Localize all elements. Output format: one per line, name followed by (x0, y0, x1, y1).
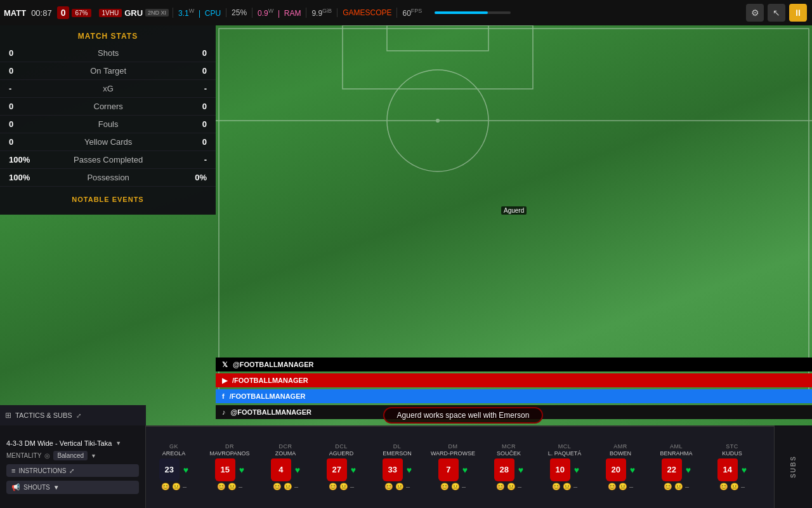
emoji-face-2: 😐 (451, 483, 460, 491)
gamescope-stat: GAMESCOPE (337, 8, 396, 17)
storage-unit: GiB (322, 8, 332, 14)
stat-left-1: 0 (0, 62, 39, 80)
player-shirt: 23 (159, 458, 180, 481)
commentary-text: Aguerd works space well with Emerson (383, 407, 544, 424)
hud-progress-fill (435, 11, 488, 14)
emoji-face-2: 😐 (395, 483, 404, 491)
emoji-face-1: 😊 (440, 483, 449, 491)
stat-name-1: On Target (39, 62, 178, 80)
fps-unit: FPS (411, 8, 422, 14)
emoji-face-3: – (406, 483, 410, 491)
emoji-face-1: 😊 (608, 483, 617, 491)
mentality-dropdown-icon[interactable]: ▼ (91, 453, 96, 459)
mentality-row: MENTALITY ◎ Balanced ▼ (6, 451, 139, 460)
player-heart-icon: ♥ (351, 465, 356, 475)
stats-row: 0 Fouls 0 (0, 116, 216, 133)
formation-badge: 2ND XI (145, 9, 169, 17)
stat-name-2: xG (39, 80, 178, 98)
instructions-button[interactable]: ≡ INSTRUCTIONS ⤢ (6, 464, 139, 477)
emoji-face-1: 😊 (329, 483, 337, 491)
storage-val: 9.9 (311, 9, 322, 18)
mentality-circle-icon: ◎ (44, 452, 50, 459)
emoji-face-3: – (183, 483, 187, 491)
emoji-face-2: 😐 (172, 483, 181, 491)
subs-panel: SUBS (774, 425, 812, 508)
player-card[interactable]: AML BENRAHMA 22 ♥ 😊 😐 – (648, 441, 704, 493)
pause-button[interactable]: ⏸ (789, 4, 807, 22)
stats-row: - xG - (0, 80, 216, 98)
player-rating-row: 20 ♥ (606, 458, 635, 481)
commentary-bar: Aguerd works space well with Emerson (152, 405, 774, 425)
emoji-face-2: 😐 (730, 483, 739, 491)
instructions-expand-icon: ⤢ (69, 467, 74, 474)
instructions-label: INSTRUCTIONS (18, 467, 66, 474)
player-card[interactable]: AMR BOWEN 20 ♥ 😊 😐 – (593, 441, 648, 493)
player-rating-row: 14 ♥ (717, 458, 747, 481)
player-heart-icon: ♥ (742, 465, 747, 475)
player-card[interactable]: MCL L. PAQUETÁ 10 ♥ 😊 😐 – (537, 441, 593, 493)
emoji-face-3: – (294, 483, 298, 491)
player-card[interactable]: DR MAVROPANOS 15 ♥ 😊 😐 – (202, 441, 258, 493)
home-score: 0 (57, 6, 70, 19)
storage-stat: 9.9GiB (306, 8, 337, 18)
stat-name-6: Passes Completed (39, 151, 178, 169)
player-shirt: 15 (215, 458, 235, 481)
player-card[interactable]: DCL AGUERD 27 ♥ 😊 😐 – (313, 441, 369, 493)
stat-right-4: 0 (178, 116, 216, 133)
player-name: SOUČEK (497, 450, 521, 457)
stats-table: 0 Shots 0 0 On Target 0 - xG - 0 Corners… (0, 44, 216, 187)
player-rating-row: 27 ♥ (327, 458, 356, 481)
player-name: BOWEN (610, 450, 631, 457)
stat-left-5: 0 (0, 133, 39, 151)
fps-stat: 60FPS (396, 8, 427, 18)
cursor-button[interactable]: ↖ (768, 4, 785, 22)
facebook-text: /FOOTBALLMANAGER (230, 392, 306, 400)
emoji-face-3: – (239, 483, 242, 491)
player-name: WARD-PROWSE (431, 450, 475, 457)
player-rating-row: 22 ♥ (662, 458, 691, 481)
player-rating-row: 33 ♥ (383, 458, 412, 481)
player-shirt: 28 (494, 458, 514, 481)
emoji-face-1: 😊 (273, 483, 282, 491)
emoji-face-1: 😊 (552, 483, 561, 491)
notable-events-title: NOTABLE EVENTS (0, 187, 216, 207)
player-card[interactable]: DCR ZOUMA 4 ♥ 😊 😐 – (258, 441, 313, 493)
formation-dropdown-icon[interactable]: ▼ (115, 440, 121, 446)
player-name: EMERSON (383, 450, 412, 457)
player-card[interactable]: DM WARD-PROWSE 7 ♥ 😊 😐 – (425, 441, 481, 493)
player-card[interactable]: DL EMERSON 33 ♥ 😊 😐 – (369, 441, 425, 493)
player-emoji-row: 😊 😐 – (161, 483, 187, 491)
player-position: DCR (279, 443, 292, 450)
player-emoji-row: 😊 😐 – (664, 483, 689, 491)
bottom-left-panel: 4-3-3 DM Wide - Vertical Tiki-Taka ▼ MEN… (0, 425, 146, 508)
player-name: BENRAHMA (660, 450, 692, 457)
player-rating-row: 7 ♥ (438, 458, 468, 481)
shouts-button[interactable]: 📢 SHOUTS ▼ (6, 481, 139, 494)
player-shirt: 7 (438, 458, 459, 481)
settings-button[interactable]: ⚙ (746, 4, 764, 22)
twitter-text: @FOOTBALLMANAGER (233, 361, 313, 368)
mentality-label: MENTALITY (6, 452, 41, 459)
player-heart-icon: ♥ (686, 465, 691, 475)
match-stats-title: MATCH STATS (0, 25, 216, 44)
stats-row: 100% Possession 0% (0, 169, 216, 187)
emoji-face-3: – (741, 483, 745, 491)
player-card[interactable]: GK AREOLA 23 ♥ 😊 😐 – (146, 441, 202, 493)
player-card[interactable]: MCR SOUČEK 28 ♥ 😊 😐 – (481, 441, 537, 493)
emoji-face-1: 😊 (384, 483, 393, 491)
player-rating-row: 28 ♥ (494, 458, 523, 481)
player-card[interactable]: STC KUDUS 14 ♥ 😊 😐 – (704, 441, 760, 493)
stat-name-3: Corners (39, 98, 178, 116)
player-shirt: 33 (383, 458, 403, 481)
player-position: STC (726, 443, 738, 450)
player-rating-row: 23 ♥ (159, 458, 188, 481)
player-emoji-row: 😊 😐 – (719, 483, 745, 491)
tactics-expand-icon[interactable]: ⤢ (76, 412, 81, 419)
emoji-face-2: 😐 (563, 483, 572, 491)
stat-left-4: 0 (0, 116, 39, 133)
cpu-pct: 25% (232, 8, 247, 17)
instructions-icon: ≡ (11, 467, 15, 474)
stats-row: 100% Passes Completed - (0, 151, 216, 169)
stat-right-2: - (178, 80, 216, 98)
player-name: L. PAQUETÁ (548, 450, 581, 457)
